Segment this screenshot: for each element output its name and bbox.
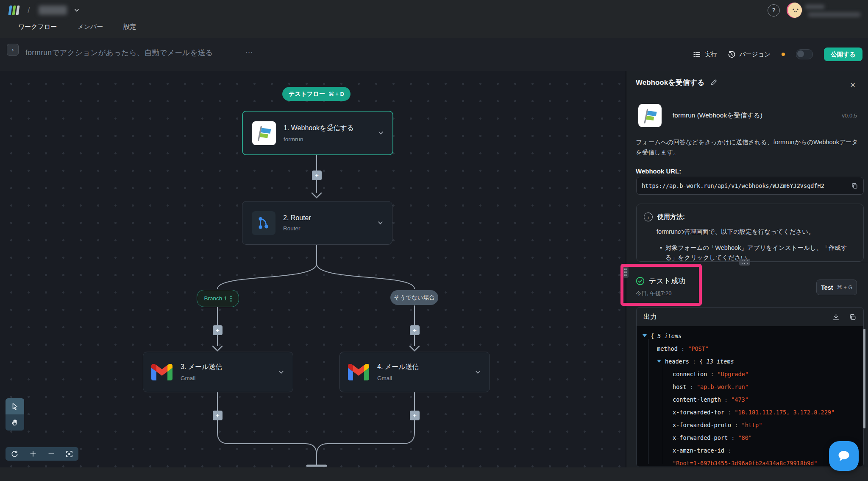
json-row: { 5 items (637, 330, 863, 342)
indent-guide (663, 364, 663, 464)
copy-output-button[interactable] (849, 313, 857, 321)
pointer-mode-toolbar (6, 398, 24, 431)
add-step-button[interactable]: + (410, 325, 420, 335)
indent-guide (648, 339, 648, 464)
user-name-blurred (805, 3, 860, 18)
workflow-canvas[interactable]: テストフロー ⌘ + D 1. Webhookを受信する formrun (0, 71, 626, 467)
chevron-down-icon[interactable] (475, 369, 481, 375)
chevron-down-icon[interactable] (378, 130, 384, 136)
add-step-button[interactable]: + (213, 325, 223, 335)
test-flow-button[interactable]: テストフロー ⌘ + D (282, 87, 351, 101)
node-gmail-send-2[interactable]: 4. メール送信 Gmail (339, 352, 490, 392)
help-glyph: ? (772, 7, 776, 14)
chevron-down-icon[interactable] (377, 220, 384, 226)
tab-members[interactable]: メンバー (77, 23, 103, 31)
minus-icon (47, 450, 55, 458)
branch-label-1[interactable]: Branch 1 (197, 290, 239, 307)
node-text: 3. メール送信 Gmail (181, 363, 278, 381)
formrun-icon (638, 104, 662, 127)
versions-label: バージョン (739, 50, 771, 59)
json-brace: { (699, 358, 706, 365)
zoom-out-button[interactable] (42, 447, 60, 461)
publish-button[interactable]: 公開する (824, 48, 862, 61)
copy-icon[interactable] (851, 182, 858, 190)
more-options-button[interactable]: … (245, 45, 254, 55)
tab-workflows[interactable]: ワークフロー (18, 23, 57, 31)
node-title: 4. メール送信 (377, 363, 475, 372)
tab-settings[interactable]: 設定 (123, 23, 136, 31)
json-value: "18.181.112.175, 3.172.8.229" (734, 409, 835, 416)
usage-intro: formrunの管理画面で、以下の設定を行なってください。 (657, 228, 856, 236)
add-step-button[interactable]: + (410, 411, 420, 420)
output-title: 出力 (643, 313, 657, 322)
json-row: headers : { 13 items (637, 355, 863, 368)
node-title: 2. Router (283, 214, 377, 222)
node-router[interactable]: 2. Router Router (242, 201, 392, 245)
success-check-icon (636, 277, 645, 285)
workflow-title-bar: › formrunでアクションがあったら、自動でメールを送る … 実行 バージョ… (0, 38, 868, 71)
pan-tool-button[interactable] (6, 414, 24, 431)
collapse-triangle-icon[interactable] (657, 360, 661, 363)
output-header: 出力 (637, 308, 863, 326)
workflow-title[interactable]: formrunでアクションがあったら、自動でメールを送る (25, 48, 213, 58)
breadcrumb-separator: / (28, 6, 30, 15)
logo-bar-blue (8, 6, 12, 15)
publish-toggle[interactable] (796, 49, 813, 59)
json-colon: : (707, 371, 717, 378)
resize-handle-horizontal[interactable] (739, 259, 750, 266)
json-value: "http" (742, 422, 762, 428)
top-right-controls: ? (768, 1, 860, 20)
breadcrumb: / (9, 4, 80, 16)
workspace-name-blurred[interactable] (39, 6, 67, 15)
runs-button[interactable]: 実行 (693, 50, 717, 59)
kebab-menu-icon[interactable] (230, 295, 232, 302)
help-button[interactable]: ? (768, 4, 780, 17)
sidebar-collapse-button[interactable]: › (7, 44, 19, 56)
json-key: x-forwarded-port (673, 434, 728, 441)
chat-support-button[interactable] (829, 441, 859, 471)
test-button[interactable]: Test ⌘ + G (816, 280, 857, 295)
output-json-viewer[interactable]: { 5 itemsmethod : "POST"headers : { 13 i… (637, 326, 863, 467)
download-button[interactable] (832, 313, 840, 321)
info-icon: i (644, 213, 653, 221)
json-value: "ap.b-work.run" (697, 383, 748, 390)
json-value: "Upgrade" (718, 371, 748, 378)
json-key: x-forwarded-for (673, 409, 724, 416)
add-step-button[interactable]: + (213, 411, 223, 420)
select-tool-button[interactable] (6, 398, 24, 414)
drag-handle-vertical[interactable] (623, 266, 629, 278)
zoom-in-button[interactable] (24, 447, 42, 461)
json-key: connection (673, 371, 707, 378)
panel-scrollbar[interactable] (863, 329, 865, 428)
reset-view-button[interactable] (6, 447, 24, 461)
collapse-triangle-icon[interactable] (643, 334, 647, 337)
app-description: フォームへの回答などをきっかけに送信される、formrunからのWebhookデ… (636, 137, 860, 157)
node-webhook-trigger[interactable]: 1. Webhookを受信する formrun (242, 111, 393, 155)
json-key: host (673, 383, 687, 390)
fit-view-button[interactable] (60, 447, 78, 461)
versions-button[interactable]: バージョン (728, 50, 771, 59)
branch-label-else[interactable]: そうでない場合 (390, 290, 438, 305)
app-logo[interactable] (8, 6, 19, 15)
chevron-down-icon[interactable] (278, 369, 284, 375)
usage-bullet: • 対象フォームの「Webhook」アプリをインストールし、「作成する」をクリッ… (665, 243, 856, 262)
add-step-button[interactable]: + (312, 171, 322, 180)
avatar[interactable] (787, 3, 802, 18)
formrun-icon (252, 121, 276, 145)
close-icon[interactable]: × (850, 80, 855, 89)
workspace-tabs: ワークフロー メンバー 設定 (18, 23, 136, 31)
node-gmail-send-1[interactable]: 3. メール送信 Gmail (143, 352, 293, 392)
json-colon: : (728, 434, 738, 441)
edit-pencil-icon[interactable] (709, 78, 718, 87)
node-detail-panel: Webhookを受信する × formrun (Webhookを受信する) v0… (626, 71, 868, 467)
json-colon: : (689, 358, 699, 365)
toggle-knob (797, 50, 804, 57)
webhook-url-field[interactable]: https://ap.b-work.run/api/v1/webhooks/WJ… (636, 177, 864, 195)
panel-title: Webhookを受信する (636, 78, 704, 87)
test-status-section: テスト成功 今日, 午後7:20 Test ⌘ + G (636, 276, 860, 297)
usage-bullet-text: 対象フォームの「Webhook」アプリをインストールし、「作成する」をクリックし… (665, 244, 847, 261)
branch-else-text: そうでない場合 (394, 294, 434, 302)
chevron-down-icon[interactable] (74, 7, 80, 13)
user-name-line2-blurred (808, 12, 860, 17)
node-subtitle: Gmail (377, 375, 475, 381)
